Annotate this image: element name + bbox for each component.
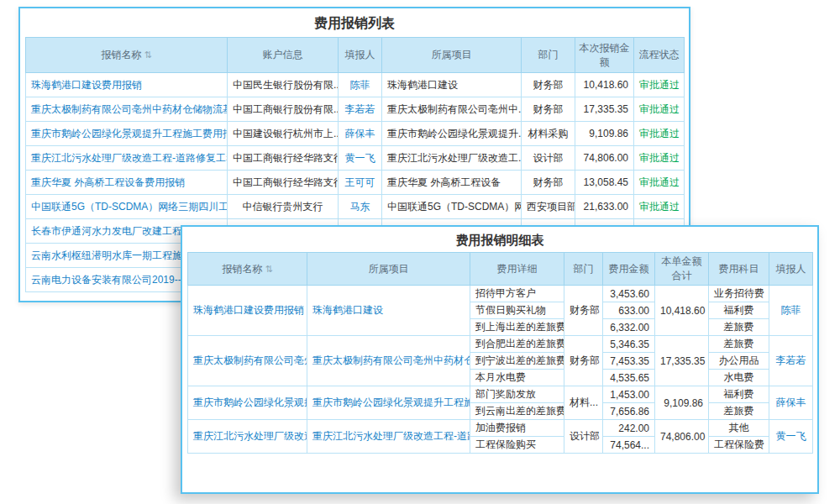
project-link[interactable]: 重庆市鹅岭公园绿化景观提升...	[382, 122, 522, 146]
submitter-link[interactable]: 黄一飞	[769, 420, 813, 454]
detail-column-header-6: 本单金额合计	[655, 253, 709, 286]
total-amount: 10,418.60	[655, 286, 709, 336]
status-link[interactable]: 审批通过	[634, 73, 685, 97]
detail-table-row: 重庆太极制药有限公司亳州中药材...重庆太极制药有限公司亳州中药材仓储物流...…	[188, 336, 813, 353]
detail-table-row: 珠海鹤港口建设费用报销珠海鹤港口建设招待甲方客户财务部3,453.6010,41…	[188, 286, 813, 302]
expense-amount: 3,453.60	[603, 286, 655, 302]
expense-category: 差旅费	[709, 319, 769, 336]
reimbursement-name-link[interactable]: 重庆市鹅岭公园绿化景观提升工...	[188, 386, 307, 420]
expense-detail: 加油费报销	[470, 420, 564, 437]
project-link[interactable]: 中国联通5G（TD-SCDMA）网...	[382, 195, 522, 219]
expense-detail: 工程保险购买	[470, 437, 564, 454]
column-label: 填报人	[776, 263, 806, 275]
department: 西安项目部	[522, 195, 575, 219]
reimbursement-name-link[interactable]: 重庆太极制药有限公司亳州中药材仓储物流基地项...	[26, 97, 228, 122]
submitter-link[interactable]: 薛保丰	[769, 386, 813, 420]
account-info: 中国工商银行股份有限...	[228, 97, 339, 122]
project-link[interactable]: 珠海鹤港口建设	[382, 73, 522, 97]
account-info: 中国建设银行杭州市上...	[228, 122, 339, 146]
project-link[interactable]: 重庆江北污水处理厂级改造工程-道路修复工	[307, 420, 470, 454]
expense-amount: 5,346.35	[603, 336, 655, 353]
column-label: 填报人	[345, 49, 375, 60]
submitter-link[interactable]: 王可可	[339, 171, 382, 195]
submitter-link[interactable]: 黄一飞	[339, 146, 382, 171]
status-link[interactable]: 审批通过	[634, 97, 685, 122]
list-column-header-6: 本次报销金额	[575, 38, 634, 73]
list-column-header-1[interactable]: 报销名称⇅	[26, 38, 228, 73]
status-link[interactable]: 审批通过	[634, 146, 685, 171]
status-link[interactable]: 审批通过	[634, 122, 685, 146]
submitter-link[interactable]: 李若若	[769, 336, 813, 386]
expense-detail-table: 报销名称⇅所属项目费用详细部门费用金额本单金额合计费用科目填报人 珠海鹤港口建设…	[187, 252, 813, 454]
department: 材料...	[564, 386, 603, 420]
sort-icon[interactable]: ⇅	[265, 264, 272, 274]
column-label: 流程状态	[639, 49, 680, 60]
reimbursement-name-link[interactable]: 珠海鹤港口建设费用报销	[26, 73, 228, 97]
expense-detail: 招待甲方客户	[470, 286, 564, 302]
submitter-link[interactable]: 薛保丰	[339, 122, 382, 146]
submitter-link[interactable]: 陈菲	[769, 286, 813, 336]
detail-column-header-2: 所属项目	[307, 253, 470, 286]
department: 材料采购	[522, 122, 575, 146]
detail-column-header-1[interactable]: 报销名称⇅	[188, 253, 307, 286]
list-table-title: 费用报销列表	[25, 8, 684, 37]
expense-amount: 7,656.86	[603, 403, 655, 420]
list-column-header-4: 所属项目	[382, 38, 522, 73]
column-label: 本次报销金额	[580, 42, 630, 68]
project-link[interactable]: 重庆太极制药有限公司亳州中...	[382, 97, 522, 122]
expense-category: 工程保险费	[709, 437, 769, 454]
expense-detail: 到上海出差的差旅费	[470, 319, 564, 336]
submitter-link[interactable]: 马东	[339, 195, 382, 219]
expense-category: 办公用品	[709, 353, 769, 370]
department: 设计部	[522, 146, 575, 171]
status-link[interactable]: 审批通过	[634, 195, 685, 219]
department: 财务部	[522, 97, 575, 122]
expense-detail: 到云南出差的差旅费	[470, 403, 564, 420]
column-label: 报销名称	[222, 263, 262, 275]
total-amount: 17,335.35	[655, 336, 709, 386]
project-link[interactable]: 重庆太极制药有限公司亳州中药材仓储物流...	[307, 336, 470, 386]
total-amount: 74,806.00	[655, 420, 709, 454]
expense-category: 福利费	[709, 302, 769, 319]
reimbursement-name-link[interactable]: 中国联通5G（TD-SCDMA）网络三期四川工程费...	[26, 195, 228, 219]
expense-detail: 到宁波出差的差旅费	[470, 353, 564, 370]
project-link[interactable]: 重庆华夏 外高桥工程设备	[382, 171, 522, 195]
amount: 21,633.00	[575, 195, 634, 219]
reimbursement-name-link[interactable]: 重庆市鹅岭公园绿化景观提升工程施工费用报销	[26, 122, 228, 146]
detail-column-header-5: 费用金额	[603, 253, 655, 286]
department: 财务部	[522, 171, 575, 195]
column-label: 部门	[538, 49, 559, 60]
detail-table-header-row: 报销名称⇅所属项目费用详细部门费用金额本单金额合计费用科目填报人	[188, 253, 813, 286]
project-link[interactable]: 重庆江北污水处理厂级改造工...	[382, 146, 522, 171]
expense-category: 福利费	[709, 386, 769, 403]
amount: 74,806.00	[575, 146, 634, 171]
column-label: 所属项目	[432, 49, 472, 60]
sort-icon[interactable]: ⇅	[144, 50, 151, 60]
column-label: 费用金额	[609, 263, 649, 275]
amount: 13,058.45	[575, 171, 634, 195]
column-label: 账户信息	[263, 49, 303, 60]
reimbursement-name-link[interactable]: 珠海鹤港口建设费用报销	[188, 286, 307, 336]
list-column-header-7: 流程状态	[634, 38, 685, 73]
project-link[interactable]: 重庆市鹅岭公园绿化景观提升工程施工	[307, 386, 470, 420]
expense-category: 水电费	[709, 370, 769, 386]
list-table-row: 重庆市鹅岭公园绿化景观提升工程施工费用报销中国建设银行杭州市上...薛保丰重庆市…	[26, 122, 685, 146]
project-link[interactable]: 珠海鹤港口建设	[307, 286, 470, 336]
expense-detail: 部门奖励发放	[470, 386, 564, 403]
reimbursement-name-link[interactable]: 重庆华夏 外高桥工程设备费用报销	[26, 171, 228, 195]
status-link[interactable]: 审批通过	[634, 171, 685, 195]
detail-table-title: 费用报销明细表	[187, 227, 812, 252]
detail-column-header-8: 填报人	[769, 253, 813, 286]
detail-table-row: 重庆江北污水处理厂级改造工程-...重庆江北污水处理厂级改造工程-道路修复工加油…	[188, 420, 813, 437]
expense-detail: 到合肥出差的差旅费	[470, 336, 564, 353]
submitter-link[interactable]: 李若若	[339, 97, 382, 122]
submitter-link[interactable]: 陈菲	[339, 73, 382, 97]
expense-amount: 242.00	[603, 420, 655, 437]
reimbursement-name-link[interactable]: 重庆太极制药有限公司亳州中药材...	[188, 336, 307, 386]
amount: 17,335.35	[575, 97, 634, 122]
expense-category: 差旅费	[709, 336, 769, 353]
reimbursement-name-link[interactable]: 重庆江北污水处理厂级改造工程-道路修复工程费用...	[26, 146, 228, 171]
account-info: 中国工商银行经华路支行	[228, 146, 339, 171]
expense-amount: 633.00	[603, 302, 655, 319]
reimbursement-name-link[interactable]: 重庆江北污水处理厂级改造工程-...	[188, 420, 307, 454]
